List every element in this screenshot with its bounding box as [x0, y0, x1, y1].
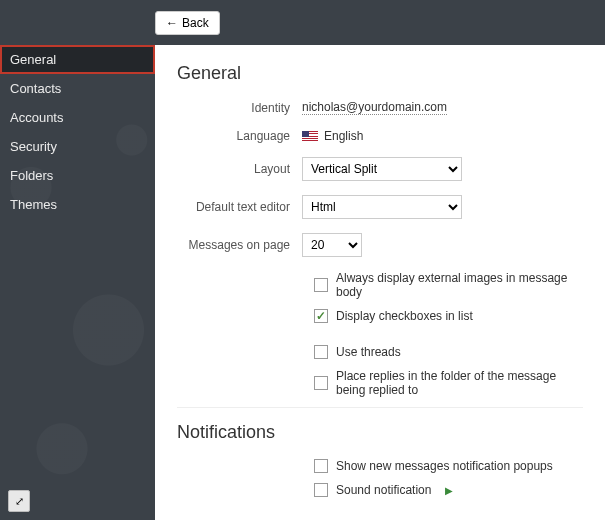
language-label: Language	[177, 129, 302, 143]
identity-label: Identity	[177, 101, 302, 115]
topbar: ← Back	[0, 0, 605, 45]
checkbox-place-replies[interactable]	[314, 376, 328, 390]
row-cb-notif-sound: Sound notification ▶	[177, 483, 583, 497]
label-place-replies: Place replies in the folder of the messa…	[336, 369, 583, 397]
sidebar: General Contacts Accounts Security Folde…	[0, 45, 155, 520]
language-value: English	[324, 129, 363, 143]
row-language: Language English	[177, 129, 583, 143]
row-cb-place-replies: Place replies in the folder of the messa…	[177, 369, 583, 397]
play-sound-icon[interactable]: ▶	[445, 485, 453, 496]
row-cb-checkboxes-list: Display checkboxes in list	[177, 309, 583, 323]
main: General Contacts Accounts Security Folde…	[0, 45, 605, 520]
row-editor: Default text editor Html	[177, 195, 583, 219]
sidebar-item-folders[interactable]: Folders	[0, 161, 155, 190]
section-title-general: General	[177, 63, 583, 84]
layout-select[interactable]: Vertical Split	[302, 157, 462, 181]
mpp-select[interactable]: 20	[302, 233, 362, 257]
sidebar-item-security[interactable]: Security	[0, 132, 155, 161]
checkbox-external-images[interactable]	[314, 278, 328, 292]
label-external-images: Always display external images in messag…	[336, 271, 583, 299]
row-messages-per-page: Messages on page 20	[177, 233, 583, 257]
checkbox-notif-sound[interactable]	[314, 483, 328, 497]
label-use-threads: Use threads	[336, 345, 401, 359]
sidebar-item-accounts[interactable]: Accounts	[0, 103, 155, 132]
back-button[interactable]: ← Back	[155, 11, 220, 35]
label-checkboxes-list: Display checkboxes in list	[336, 309, 473, 323]
layout-label: Layout	[177, 162, 302, 176]
sidebar-nav: General Contacts Accounts Security Folde…	[0, 45, 155, 219]
back-arrow-icon: ←	[166, 16, 178, 30]
identity-link[interactable]: nicholas@yourdomain.com	[302, 100, 447, 115]
row-layout: Layout Vertical Split	[177, 157, 583, 181]
content: General Identity nicholas@yourdomain.com…	[155, 45, 605, 520]
label-notif-sound: Sound notification	[336, 483, 431, 497]
checkbox-checkboxes-list[interactable]	[314, 309, 328, 323]
mpp-label: Messages on page	[177, 238, 302, 252]
expand-icon: ⤢	[15, 495, 24, 508]
section-divider	[177, 407, 583, 408]
editor-label: Default text editor	[177, 200, 302, 214]
sidebar-item-contacts[interactable]: Contacts	[0, 74, 155, 103]
sidebar-item-general[interactable]: General	[0, 45, 155, 74]
section-title-notifications: Notifications	[177, 422, 583, 443]
expand-button[interactable]: ⤢	[8, 490, 30, 512]
row-cb-notif-popups: Show new messages notification popups	[177, 459, 583, 473]
row-cb-use-threads: Use threads	[177, 345, 583, 359]
back-label: Back	[182, 16, 209, 30]
flag-us-icon	[302, 131, 318, 142]
checkbox-notif-popups[interactable]	[314, 459, 328, 473]
checkbox-use-threads[interactable]	[314, 345, 328, 359]
label-notif-popups: Show new messages notification popups	[336, 459, 553, 473]
row-identity: Identity nicholas@yourdomain.com	[177, 100, 583, 115]
editor-select[interactable]: Html	[302, 195, 462, 219]
row-cb-external-images: Always display external images in messag…	[177, 271, 583, 299]
sidebar-item-themes[interactable]: Themes	[0, 190, 155, 219]
